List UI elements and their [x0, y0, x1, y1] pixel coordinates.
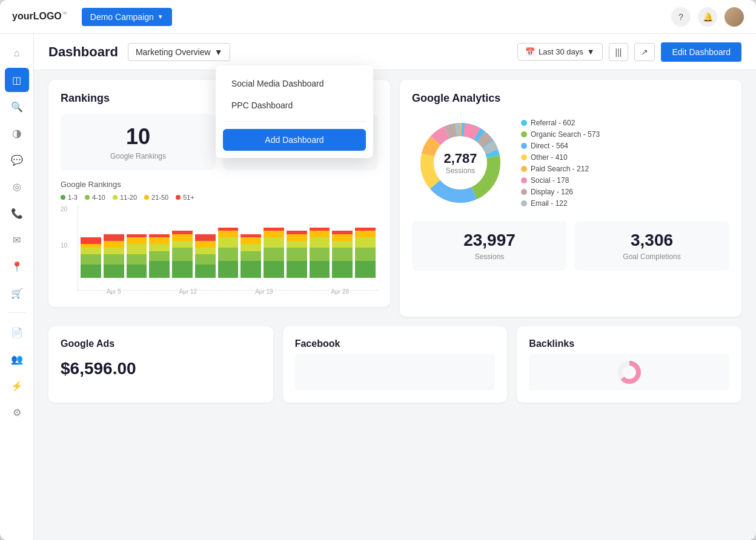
backlinks-title: Backlinks [529, 338, 729, 349]
bar-group [195, 217, 216, 278]
share-btn[interactable]: ↗ [634, 43, 655, 61]
legend-referral: Referral - 602 [521, 119, 600, 127]
sessions-value: 23,997 [422, 231, 557, 250]
bar-segment [240, 244, 261, 251]
legend-dot-11-20 [113, 195, 118, 200]
add-dashboard-btn[interactable]: Add Dashboard [223, 129, 366, 151]
sidebar-item-email[interactable]: ✉ [5, 228, 29, 252]
legend-label-1-3: 1-3 [68, 194, 78, 201]
backlinks-card: Backlinks [517, 326, 741, 403]
bar-segment [149, 244, 170, 251]
bar-segment [332, 234, 353, 241]
bar-segment [104, 241, 124, 248]
sidebar-item-users[interactable]: 👥 [5, 347, 29, 371]
dropdown-item-social[interactable]: Social Media Dashboard [223, 73, 366, 94]
bar-segment [172, 234, 193, 241]
help-btn[interactable]: ? [671, 7, 691, 27]
page-title: Dashboard [48, 44, 118, 60]
legend-label-51plus: 51+ [183, 194, 194, 201]
date-range-btn[interactable]: 📅 Last 30 days ▼ [517, 43, 603, 61]
sidebar-item-file[interactable]: 📄 [5, 320, 29, 344]
share-icon: ↗ [641, 47, 648, 57]
bar-chart-title: Google Rankings [61, 180, 378, 189]
legend-display: Display - 126 [521, 188, 600, 196]
bar-segment [355, 248, 376, 261]
chart-toggle-btn[interactable]: ||| [609, 43, 629, 61]
goals-stat: 3,306 Goal Completions [574, 221, 729, 271]
bar-segment [287, 234, 307, 241]
legend-dot-4-10 [85, 195, 90, 200]
legend-label-other: Other - 410 [531, 153, 568, 162]
chart-icon: ||| [615, 47, 622, 57]
legend-dot-email [521, 200, 527, 206]
legend-dot-1-3 [61, 195, 65, 200]
google-ads-title: Google Ads [61, 338, 261, 349]
bar-segment [127, 244, 147, 254]
campaign-dropdown-btn[interactable]: Demo Campaign ▼ [82, 8, 172, 26]
sidebar-item-home[interactable]: ⌂ [5, 41, 29, 65]
sidebar-item-cart[interactable]: 🛒 [5, 281, 29, 305]
dropdown-label: Marketing Overview [136, 47, 211, 57]
sidebar-item-plugin[interactable]: ⚡ [5, 374, 29, 398]
bar-segment [287, 261, 307, 278]
analytics-title: Google Analytics [412, 92, 729, 105]
sidebar-item-phone[interactable]: 📞 [5, 201, 29, 225]
avatar-img [724, 7, 744, 27]
sidebar-item-chat[interactable]: 💬 [5, 148, 29, 172]
donut-value: 2,787 [443, 151, 477, 166]
y-axis: 20 10 [61, 206, 67, 278]
bar-segment [287, 248, 307, 261]
sidebar-item-location[interactable]: 📍 [5, 254, 29, 278]
sidebar-item-pie[interactable]: ◑ [5, 121, 29, 145]
legend-direct: Direct - 564 [521, 142, 600, 150]
legend-other: Other - 410 [521, 153, 600, 162]
sidebar-item-search[interactable]: 🔍 [5, 94, 29, 119]
analytics-card: Google Analytics [400, 80, 741, 317]
sidebar-item-dashboard[interactable]: ◫ [5, 68, 29, 92]
bar-segment [264, 261, 284, 278]
dashboard-dropdown-btn[interactable]: Marketing Overview ▼ [128, 43, 231, 61]
bar-segment [81, 237, 101, 244]
facebook-card: Facebook [283, 326, 508, 403]
bar-segment [195, 265, 216, 278]
bar-segment [218, 231, 239, 237]
avatar[interactable] [724, 7, 744, 27]
bar-segment [81, 248, 101, 254]
legend-label-paid: Paid Search - 212 [531, 165, 589, 173]
bar-segment [240, 237, 261, 244]
legend-label-11-20: 11-20 [120, 194, 137, 201]
sidebar: ⌂ ◫ 🔍 ◑ 💬 ◎ 📞 ✉ 📍 🛒 📄 👥 ⚡ ⚙ [0, 34, 34, 540]
bar-segment [218, 261, 239, 278]
bar-segment [332, 261, 353, 278]
dropdown-item-ppc[interactable]: PPC Dashboard [223, 94, 366, 116]
bar-group [355, 217, 376, 278]
dashboard-dropdown-menu: Social Media Dashboard PPC Dashboard Add… [216, 65, 373, 158]
sidebar-item-settings[interactable]: ⚙ [5, 400, 29, 424]
analytics-inner: 2,787 Sessions Referral - 602 [412, 114, 729, 271]
bar-group [240, 217, 261, 278]
facebook-title: Facebook [295, 338, 496, 349]
calendar-icon: 📅 [525, 47, 535, 56]
legend-dot-organic [521, 131, 527, 137]
bar-group [127, 217, 147, 278]
goals-label: Goal Completions [584, 252, 720, 261]
bar-group [104, 217, 124, 278]
facebook-chart-placeholder [295, 354, 496, 390]
legend-organic: Organic Search - 573 [521, 130, 600, 139]
chevron-down-icon: ▼ [158, 13, 164, 20]
bar-group [264, 217, 284, 278]
bar-segment [240, 251, 261, 262]
legend-item-1-3: 1-3 [61, 194, 78, 201]
main-layout: ⌂ ◫ 🔍 ◑ 💬 ◎ 📞 ✉ 📍 🛒 📄 👥 ⚡ ⚙ Dashboard Ma… [0, 34, 756, 540]
legend-social: Social - 178 [521, 176, 600, 185]
edit-dashboard-btn[interactable]: Edit Dashboard [661, 42, 741, 62]
sessions-label: Sessions [422, 252, 557, 261]
bar-chart-section: Google Rankings 1-3 4-10 [61, 180, 378, 295]
bar-segment [104, 265, 124, 278]
top-nav-right: ? 🔔 [671, 7, 744, 27]
notifications-btn[interactable]: 🔔 [698, 7, 717, 27]
legend-dot-display [521, 189, 527, 195]
sidebar-item-target[interactable]: ◎ [5, 174, 29, 199]
dashboard-header: Dashboard Marketing Overview ▼ Social Me… [34, 34, 756, 70]
bar-group [332, 217, 353, 278]
